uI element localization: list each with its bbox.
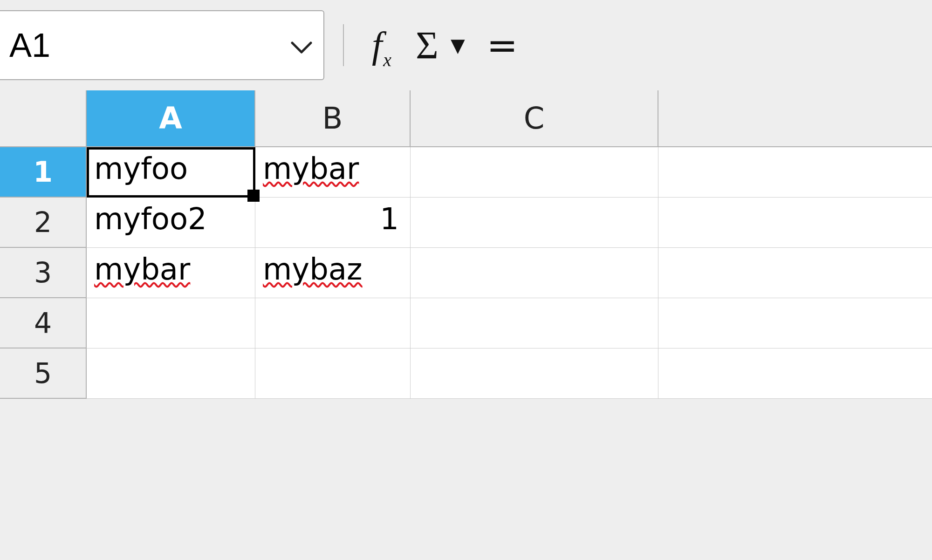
chevron-down-icon[interactable] [291,30,312,61]
spreadsheet-grid[interactable]: A B C 1 myfoo mybar 2 myfoo2 1 3 mybar m… [0,90,932,399]
row-header-2[interactable]: 2 [0,198,87,248]
formula-equals-button[interactable]: = [479,22,526,68]
cell-C4[interactable] [411,298,658,348]
cell-rest[interactable] [658,348,932,399]
function-wizard-button[interactable]: fx [358,22,404,68]
row-header-5[interactable]: 5 [0,348,87,399]
cell-text: myfoo2 [94,202,207,236]
cell-text: 1 [380,202,399,236]
cell-rest[interactable] [658,198,932,248]
cell-B1[interactable]: mybar [255,147,411,198]
name-box-input[interactable] [8,26,291,65]
cell-A2[interactable]: myfoo2 [87,198,255,248]
equals-icon: = [487,24,518,67]
cell-A3[interactable]: mybar [87,248,255,298]
cell-A5[interactable] [87,348,255,399]
cell-A1[interactable]: myfoo [87,147,255,198]
table-row: 5 [0,348,932,399]
column-header-C[interactable]: C [411,90,658,147]
cell-C5[interactable] [411,348,658,399]
cell-C3[interactable] [411,248,658,298]
cell-A4[interactable] [87,298,255,348]
name-box[interactable] [0,10,324,80]
column-headers: A B C [0,90,932,147]
column-header-A[interactable]: A [87,90,255,147]
cell-rest[interactable] [658,248,932,298]
row-header-1[interactable]: 1 [0,147,87,198]
cell-B3[interactable]: mybaz [255,248,411,298]
cell-B5[interactable] [255,348,411,399]
table-row: 1 myfoo mybar [0,147,932,198]
toolbar-separator [343,24,344,66]
formula-bar: fx Σ ▼ = [0,0,932,90]
row-header-4[interactable]: 4 [0,298,87,348]
cell-text: mybar [94,252,190,287]
sigma-icon: Σ [416,23,441,68]
cell-C2[interactable] [411,198,658,248]
select-all-corner[interactable] [0,90,87,147]
cell-rest[interactable] [658,298,932,348]
fx-icon: f [372,25,382,66]
column-header-rest [658,90,932,147]
table-row: 3 mybar mybaz [0,248,932,298]
cell-rest[interactable] [658,147,932,198]
cell-text: mybar [263,151,359,186]
fx-sub-icon: x [383,49,391,70]
dropdown-caret-icon: ▼ [451,34,468,56]
row-header-3[interactable]: 3 [0,248,87,298]
cell-text: myfoo [94,151,188,186]
sum-button[interactable]: Σ ▼ [416,22,468,68]
cell-B4[interactable] [255,298,411,348]
table-row: 4 [0,298,932,348]
cell-B2[interactable]: 1 [255,198,411,248]
cell-C1[interactable] [411,147,658,198]
column-header-B[interactable]: B [255,90,411,147]
cell-text: mybaz [263,252,363,287]
table-row: 2 myfoo2 1 [0,198,932,248]
